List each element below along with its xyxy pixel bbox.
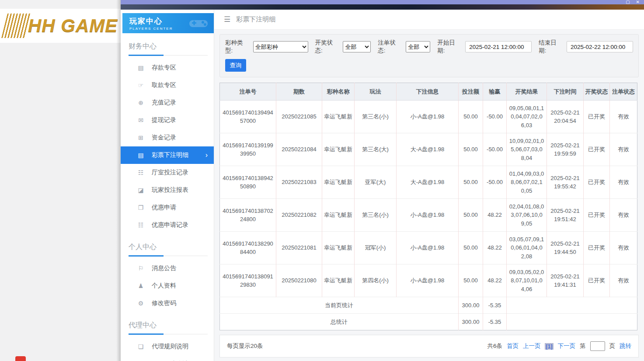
cell-lottery-name: 幸运飞艇新 — [322, 133, 355, 166]
sidebar-section-title: 财务中心 — [129, 42, 208, 56]
summary-bet-total: 300.00 — [459, 297, 483, 314]
cell-period: 20250221082 — [276, 199, 322, 232]
sidebar-item-消息公告[interactable]: ⚐消息公告 — [122, 260, 214, 277]
sidebar-item-优惠申请[interactable]: ❐优惠申请 — [122, 199, 214, 216]
logo-stripes-decoration — [1, 14, 31, 38]
sidebar-item-label: 消息公告 — [152, 264, 176, 272]
column-header-bet-amount: 投注额 — [459, 83, 483, 101]
sidebar-section-items: ▤存款专区☞取款专区⊕充值记录✉提现记录⊞资金记录▤彩票下注明细›☷厅室投注记录… — [122, 59, 214, 234]
cell-bet-info: 小-A盘@1.98 — [397, 101, 459, 133]
summary-win-loss: -5.35 — [483, 314, 507, 330]
close-icon[interactable]: ✕ — [636, 0, 640, 4]
sidebar-item-优惠申请记录[interactable]: ☷优惠申请记录 — [122, 216, 214, 234]
red-widget-fragment — [15, 356, 26, 361]
cell-bet-time: 2025-02-21 19:51:42 — [547, 199, 584, 232]
current-page-indicator[interactable]: [1] — [545, 343, 553, 350]
summary-empty — [507, 297, 637, 314]
page: HH GAME ▢ ✕ 玩家中心 PLAYERS CENTER — [0, 0, 644, 361]
bell-icon: ⚐ — [137, 265, 144, 272]
doc-icon: ❏ — [137, 343, 144, 350]
table-row: 40156917401394945700020250221085幸运飞艇新第三名… — [220, 101, 637, 133]
sidebar-item-代理规则说明[interactable]: ❏代理规则说明 — [122, 338, 214, 355]
cell-period: 20250221083 — [276, 166, 322, 199]
cell-bet-time: 2025-02-21 19:59:59 — [547, 133, 584, 166]
user-icon: ♟ — [137, 282, 144, 289]
summary-win-loss: -5.35 — [483, 297, 507, 314]
jump-page-input[interactable] — [590, 341, 605, 351]
end-date-input[interactable] — [567, 41, 633, 52]
sidebar-item-厅室投注记录[interactable]: ☷厅室投注记录 — [122, 164, 214, 181]
sidebar-item-彩票下注明细[interactable]: ▤彩票下注明细› — [121, 146, 214, 164]
cell-bet-time: 2025-02-21 20:04:54 — [547, 101, 584, 133]
table-row: 40156917401389425089020250221083幸运飞艇新亚军(… — [220, 166, 637, 199]
cell-lottery-name: 幸运飞艇新 — [322, 166, 355, 199]
summary-empty — [507, 314, 637, 330]
jump-prefix-label: 第 — [580, 342, 586, 350]
bet-table: 注单号期数彩种名称玩法下注信息投注额输赢开奖结果下注时间开奖状态注单状态 401… — [219, 83, 637, 330]
maximize-icon[interactable]: ▢ — [626, 0, 630, 4]
sidebar-item-取款专区[interactable]: ☞取款专区 — [122, 76, 214, 94]
sidebar-item-存款专区[interactable]: ▤存款专区 — [122, 59, 214, 76]
cell-bet-amount: 50.00 — [459, 101, 483, 133]
sidebar-item-label: 提现记录 — [152, 116, 176, 124]
cell-draw-status: 已开奖 — [584, 264, 610, 297]
page-size-text: 每页显示20条 — [227, 342, 263, 350]
sidebar-item-充值记录[interactable]: ⊕充值记录 — [122, 94, 214, 111]
background-page: HH GAME — [0, 0, 121, 361]
sidebar-item-label: 个人资料 — [152, 282, 176, 290]
player-center-window: 玩家中心 PLAYERS CENTER 财务中心▤存款专区☞取款专区⊕充值记录✉… — [121, 4, 644, 361]
list-icon: ▤ — [137, 152, 144, 159]
sidebar-item-资金记录[interactable]: ⊞资金记录 — [122, 129, 214, 146]
main-area: ☰ 彩票下注明细 彩种类型: 全部彩种 开奖状态: 全部 注单状态: — [214, 10, 644, 361]
chart-icon: ◪ — [137, 187, 144, 194]
hamburger-menu-icon[interactable]: ☰ — [224, 15, 230, 24]
sidebar-item-个人资料[interactable]: ♟个人资料 — [122, 277, 214, 295]
cell-bet-info: 大-A盘@1.98 — [397, 166, 459, 199]
sidebar-section-title: 代理中心 — [129, 321, 208, 334]
lottery-type-select[interactable]: 全部彩种 — [253, 41, 308, 52]
sidebar-item-提现记录[interactable]: ✉提现记录 — [122, 111, 214, 129]
pagination-bar: 每页显示20条 共6条 首页 上一页 [1] 下一页 第 页 跳转 — [219, 335, 639, 358]
cell-bet-status: 有效 — [610, 199, 637, 232]
table-row: 40156917401380912983020250221080幸运飞艇新第四名… — [220, 264, 637, 297]
hand-icon: ☞ — [137, 82, 144, 89]
sidebar-item-修改密码[interactable]: ⚙修改密码 — [122, 295, 214, 312]
first-page-link[interactable]: 首页 — [507, 342, 519, 350]
cell-draw-status: 已开奖 — [584, 166, 610, 199]
cell-lottery-name: 幸运飞艇新 — [322, 232, 355, 264]
cell-period: 20250221085 — [276, 101, 322, 133]
cell-bet-amount: 50.00 — [459, 133, 483, 166]
column-header-lottery-name: 彩种名称 — [322, 83, 355, 101]
bet-status-select[interactable]: 全部 — [406, 41, 430, 52]
cell-bet-status: 有效 — [610, 166, 637, 199]
jump-button[interactable]: 跳转 — [620, 342, 631, 350]
cell-draw-status: 已开奖 — [584, 199, 610, 232]
cell-win-loss: 48.22 — [483, 199, 507, 232]
wallet-icon: ✉ — [137, 117, 144, 124]
draw-status-select[interactable]: 全部 — [343, 41, 371, 52]
cell-bet-info: 小-A盘@1.98 — [397, 199, 459, 232]
cell-bet-status: 有效 — [610, 232, 637, 264]
sidebar-item-代理团队统计[interactable]: ▦代理团队统计 — [122, 355, 214, 361]
rows-icon: ☷ — [137, 169, 144, 176]
summary-label: 当前页统计 — [220, 297, 459, 314]
column-header-bet-status: 注单状态 — [610, 83, 637, 101]
cell-draw-result: 02,04,01,08,03,07,06,10,09,05 — [507, 199, 547, 232]
next-page-link[interactable]: 下一页 — [558, 342, 576, 350]
jump-suffix-label: 页 — [609, 342, 616, 350]
sidebar-item-label: 充值记录 — [152, 99, 176, 107]
start-date-input[interactable] — [465, 41, 532, 52]
window-title-strip — [121, 4, 644, 10]
browser-top-bar: ▢ ✕ — [121, 0, 644, 4]
sidebar-item-玩家投注报表[interactable]: ◪玩家投注报表 — [122, 181, 214, 199]
cell-play-type: 第三名(小) — [355, 101, 397, 133]
sidebar-item-label: 优惠申请记录 — [152, 221, 188, 229]
current-page-summary-row: 当前页统计300.00-5.35 — [220, 297, 637, 314]
sidebar-menu: 财务中心▤存款专区☞取款专区⊕充值记录✉提现记录⊞资金记录▤彩票下注明细›☷厅室… — [122, 42, 214, 361]
column-header-bet-info: 下注信息 — [397, 83, 459, 101]
column-header-draw-result: 开奖结果 — [507, 83, 547, 101]
search-button[interactable]: 查询 — [225, 59, 246, 72]
prev-page-link[interactable]: 上一页 — [523, 342, 541, 350]
sidebar-item-label: 代理规则说明 — [152, 343, 188, 351]
cell-play-type: 亚军(大) — [355, 166, 397, 199]
